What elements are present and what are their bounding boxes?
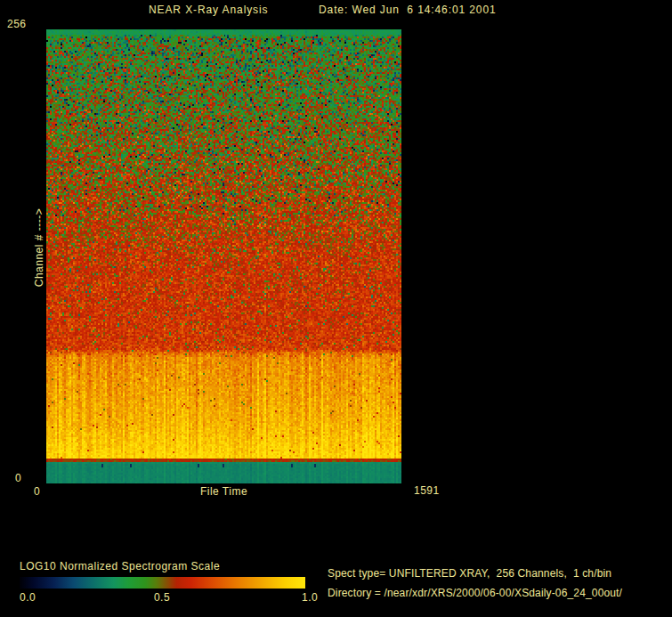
y-axis-title: Channel # ---->	[34, 208, 45, 288]
colorbar-label: LOG10 Normalized Spectrogram Scale	[20, 561, 220, 572]
colorbar-tick-0: 0.0	[20, 592, 36, 604]
y-axis-tick-max: 256	[7, 19, 27, 30]
y-axis-tick-min: 0	[15, 473, 21, 484]
colorbar-gradient	[20, 577, 305, 589]
directory-line: Directory = /near/xdr/XRS/2000/06-00/XSd…	[328, 588, 622, 599]
spectrogram-heatmap	[46, 29, 401, 483]
x-axis-tick-max: 1591	[414, 485, 440, 497]
colorbar-tick-1: 1.0	[302, 592, 318, 604]
header-date: Date: Wed Jun 6 14:46:01 2001	[319, 4, 497, 16]
near-xray-analysis-window: NEAR X-Ray Analysis Date: Wed Jun 6 14:4…	[0, 0, 672, 617]
x-axis-title: File Time	[46, 486, 401, 498]
x-axis-tick-min: 0	[34, 486, 40, 498]
colorbar-tick-05: 0.5	[154, 592, 170, 604]
spect-type-line: Spect type= UNFILTERED XRAY, 256 Channel…	[328, 568, 611, 580]
page-title: NEAR X-Ray Analysis	[149, 4, 268, 16]
